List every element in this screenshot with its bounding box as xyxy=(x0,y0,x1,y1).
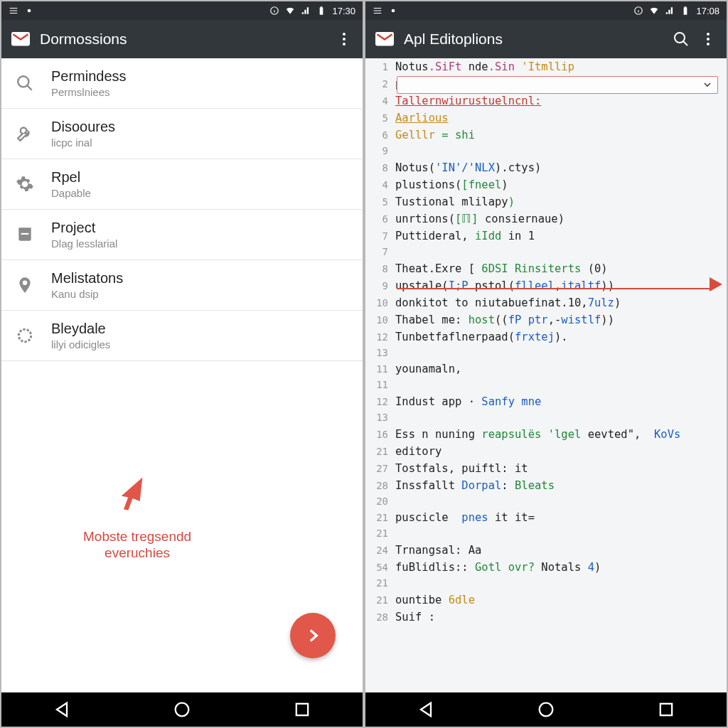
gutter-line-number: 21 xyxy=(371,593,395,609)
code-line[interactable]: 7Puttideral, iIdd in 1 xyxy=(365,228,727,245)
app-bar: Dormossions xyxy=(1,20,363,58)
gutter-line-number: 20 xyxy=(371,494,395,510)
code-line[interactable]: 10Thabel me: host((fP ptr,-wistlf)) xyxy=(365,311,727,328)
code-line[interactable]: 13 xyxy=(365,346,727,361)
list-item-subtitle: Dapable xyxy=(51,187,91,199)
list-item[interactable]: ProjectDlag lesslarial xyxy=(1,210,363,260)
gutter-line-number: 21 xyxy=(371,510,395,526)
code-line[interactable]: 5Aarlious xyxy=(365,109,727,127)
code-line[interactable]: 9upstale(I;P pstol(flleel,italtf)) xyxy=(365,277,727,294)
nav-recent-button[interactable] xyxy=(656,700,676,719)
code-line[interactable]: 8Notus('IN'/'NLX).ctys) xyxy=(365,159,727,176)
svg-point-7 xyxy=(343,43,346,46)
list-item[interactable]: RpelDapable xyxy=(1,159,363,210)
code-line-content: upstale(I;P pstol(flleel,italtf)) xyxy=(395,277,614,294)
code-line[interactable]: 20 xyxy=(365,494,727,510)
list-item[interactable]: PermindessPermslniees xyxy=(1,58,363,109)
gutter-line-number: 7 xyxy=(371,245,395,260)
code-line[interactable]: 16Ess n nuning reapsulës 'lgel eevted", … xyxy=(365,426,727,443)
nav-back-button[interactable] xyxy=(416,700,436,719)
code-line[interactable]: 12Indust app · Sanfy mne xyxy=(365,393,727,410)
code-line-content: ountibe 6dle xyxy=(395,592,475,609)
code-line[interactable]: 28Inssfallt Dorpal: Bleats xyxy=(365,477,727,494)
usb-debug-icon xyxy=(24,6,34,16)
status-bar: 17:30 xyxy=(1,1,363,20)
code-line[interactable]: 9 xyxy=(365,144,727,159)
svg-point-15 xyxy=(392,9,395,13)
code-line[interactable]: 12Tunbetfaflnerpaad(frxtej). xyxy=(365,328,727,346)
gutter-line-number: 28 xyxy=(371,610,395,626)
code-line[interactable]: 7 xyxy=(365,245,727,260)
search-button[interactable] xyxy=(673,31,690,48)
code-editor[interactable]: 1Notus.SiFt nde.Sin 'Itmllip2pperioeteum… xyxy=(365,58,727,692)
app-logo-icon xyxy=(11,32,30,46)
gutter-line-number: 6 xyxy=(371,128,395,144)
list-item-title: Bleydale xyxy=(51,321,110,337)
svg-rect-9 xyxy=(18,229,31,240)
svg-rect-14 xyxy=(296,704,308,715)
code-line-content: Thabel me: host((fP ptr,-wistlf)) xyxy=(395,311,614,328)
code-line[interactable]: 6Gelllr = shi xyxy=(365,127,727,144)
status-clock: 17:08 xyxy=(696,6,719,16)
appbar-title: Apl Editoplions xyxy=(404,31,663,48)
code-line[interactable]: 11 xyxy=(365,378,727,393)
code-line-content: younamaln, xyxy=(395,360,461,378)
appbar-title: Dormossions xyxy=(40,31,326,48)
menu-lines-icon xyxy=(9,6,18,16)
list-item-title: Melistatons xyxy=(51,270,123,287)
code-line-content: Tostfals, puiftl: it xyxy=(395,460,528,477)
nav-back-button[interactable] xyxy=(52,700,72,719)
code-line[interactable]: 24Trnangsal: Aa xyxy=(365,542,727,559)
code-line[interactable]: 4plustions([fneel) xyxy=(365,176,727,193)
code-line[interactable]: 21 xyxy=(365,576,727,592)
nav-home-button[interactable] xyxy=(172,700,192,719)
code-line[interactable]: 4Tallernwiurustuelncnl: xyxy=(365,92,727,109)
info-icon xyxy=(269,6,279,16)
code-line-content: Tunbetfaflnerpaad(frxtej). xyxy=(395,328,568,346)
code-line[interactable]: 21ountibe 6dle xyxy=(365,592,727,609)
code-line[interactable]: 21 xyxy=(365,526,727,542)
gutter-line-number: 4 xyxy=(371,178,395,193)
code-line[interactable]: 21puscicle pnes it it= xyxy=(365,509,727,526)
android-nav-bar xyxy=(1,692,363,727)
overflow-menu-icon[interactable] xyxy=(336,31,353,48)
code-line[interactable]: 54fuBlidlis:: Gotl ovr? Notals 4) xyxy=(365,559,727,576)
code-line[interactable]: 1Notus.SiFt nde.Sin 'Itmllip xyxy=(365,58,727,75)
right-device: 17:08 Apl Editoplions xyxy=(364,0,728,728)
svg-point-0 xyxy=(28,9,31,13)
code-line[interactable]: 21editory xyxy=(365,443,727,460)
list-item-subtitle: Permslniees xyxy=(51,86,127,98)
code-line[interactable]: 28Suif : xyxy=(365,609,727,626)
code-line-content: Indust app · Sanfy mne xyxy=(395,393,541,410)
code-line-content: Notus('IN'/'NLX).ctys) xyxy=(395,159,541,176)
left-device: 17:30 Dormossions PermindessPermslnieesD… xyxy=(0,0,364,728)
wrench-icon xyxy=(14,123,36,144)
code-line[interactable]: 6unrtions([ℿ] consiernaue) xyxy=(365,210,727,228)
code-line-content: puscicle pnes it it= xyxy=(395,509,535,526)
gutter-line-number: 24 xyxy=(371,543,395,559)
nav-home-button[interactable] xyxy=(536,700,556,719)
nav-recent-button[interactable] xyxy=(292,700,312,719)
list-item[interactable]: MelistatonsKanu dsip xyxy=(1,260,363,311)
gutter-line-number: 6 xyxy=(371,212,395,228)
code-line[interactable]: 5Tustional mlilapy) xyxy=(365,193,727,210)
code-line[interactable]: 13 xyxy=(365,410,727,426)
code-line[interactable]: 27Tostfals, puiftl: it xyxy=(365,460,727,477)
callout-line1: Mobste tregsendd xyxy=(83,529,191,545)
app-bar: Apl Editoplions xyxy=(365,20,727,58)
code-line-content: Aarlious xyxy=(395,109,449,127)
svg-rect-25 xyxy=(660,704,672,715)
code-line[interactable]: 8Theat.Exre [ 6DSI Rinsiterts (0) xyxy=(365,260,727,277)
list-item[interactable]: Bleydalelilyi odicigles xyxy=(1,311,363,361)
overflow-menu-icon[interactable] xyxy=(700,31,717,48)
gutter-line-number: 21 xyxy=(371,576,395,592)
code-line[interactable]: 11younamaln, xyxy=(365,360,727,378)
usb-debug-icon xyxy=(388,6,398,16)
list-item[interactable]: Disooureslicpc inal xyxy=(1,109,363,159)
autocomplete-dropdown[interactable] xyxy=(397,76,718,94)
gutter-line-number: 9 xyxy=(371,279,395,294)
gutter-line-number: 8 xyxy=(371,161,395,176)
svg-rect-11 xyxy=(21,233,29,235)
fab-next-button[interactable] xyxy=(290,613,336,658)
code-line[interactable]: 10donkitot to niutabuefinat.10,7ulz) xyxy=(365,294,727,311)
